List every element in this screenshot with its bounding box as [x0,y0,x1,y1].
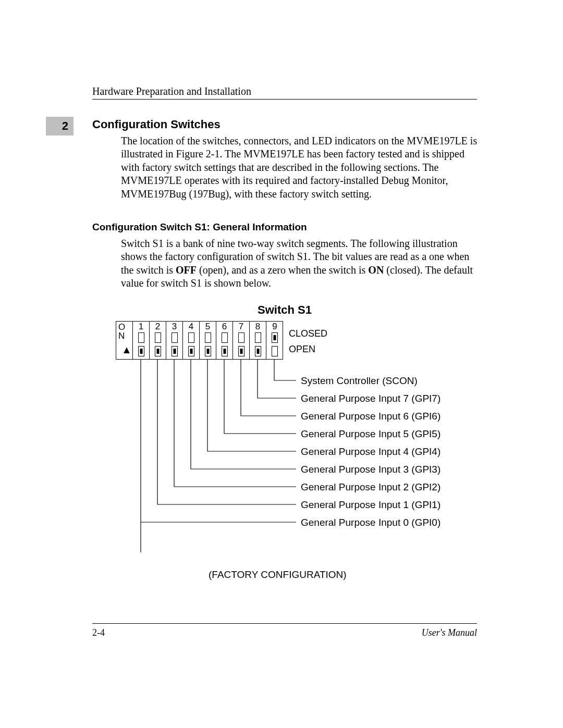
callout-label-gpi2: General Purpose Input 2 (GPI2) [301,482,440,493]
switch-number: 2 [150,322,166,332]
callout-label-gpi5: General Purpose Input 5 (GPI5) [301,428,440,440]
switch-number: 8 [250,322,266,332]
text: (open), and as a zero when the switch is [197,264,368,276]
callout-label-gpi7: General Purpose Input 7 (GPI7) [301,393,440,404]
subsection-heading: Configuration Switch S1: General Informa… [92,221,307,233]
callout-label-gpi6: General Purpose Input 6 (GPI6) [301,411,440,422]
dip-on-column: ON ▲ [116,322,133,359]
bold-on: ON [368,264,384,276]
callout-label-gpi0: General Purpose Input 0 (GPI0) [301,517,440,528]
callout-label-gpi1: General Purpose Input 1 (GPI1) [301,499,440,511]
up-arrow-icon: ▲ [121,344,132,355]
chapter-number-tab: 2 [46,117,74,135]
section-paragraph: The location of the switches, connectors… [121,134,478,201]
section-heading: Configuration Switches [92,118,221,131]
switch-number: 3 [166,322,182,332]
switch-number: 7 [233,322,249,332]
switch-number: 5 [200,322,216,332]
footer-rule [92,623,477,624]
legend-closed: CLOSED [289,328,327,339]
dip-col-4: 4 [183,322,200,359]
page-number: 2-4 [92,627,105,638]
switch-slot-open [138,346,144,356]
dip-col-5: 5 [200,322,216,359]
dip-col-3: 3 [166,322,183,359]
dip-switch-block: ON ▲ 1 2 3 4 5 6 7 [116,321,283,360]
dip-col-6: 6 [216,322,233,359]
subsection-paragraph: Switch S1 is a bank of nine two-way swit… [121,237,478,290]
switch-number: 1 [133,322,149,332]
dip-col-7: 7 [233,322,250,359]
page: Hardware Preparation and Installation 2 … [0,0,563,728]
manual-title: User's Manual [422,627,477,638]
switch-number: 9 [266,322,283,332]
dip-col-9: 9 [266,322,283,359]
running-head: Hardware Preparation and Installation [92,85,251,97]
factory-config-caption: (FACTORY CONFIGURATION) [209,569,347,581]
callout-label-gpi4: General Purpose Input 4 (GPI4) [301,446,440,458]
dip-col-2: 2 [150,322,166,359]
on-label: ON [118,323,125,340]
bold-off: OFF [176,264,197,276]
legend-open: OPEN [289,344,315,355]
dip-col-1: 1 [133,322,150,359]
dip-col-8: 8 [250,322,266,359]
switch-number: 6 [216,322,232,332]
callout-label-scon: System Controller (SCON) [301,375,418,387]
figure-title: Switch S1 [92,303,477,317]
callout-label-gpi3: General Purpose Input 3 (GPI3) [301,464,440,475]
header-rule [92,99,477,100]
switch-slot-closed [138,332,144,343]
switch-number: 4 [183,322,199,332]
